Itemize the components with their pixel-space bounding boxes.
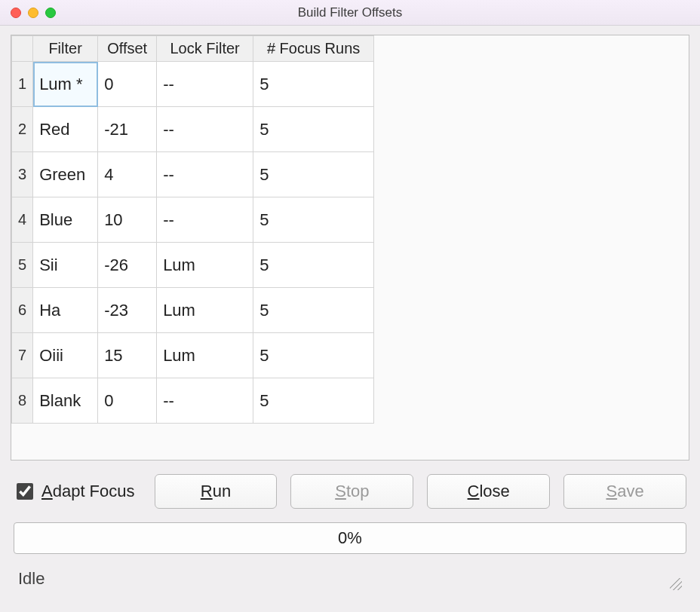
- cell-lock-filter[interactable]: Lum: [157, 288, 253, 333]
- cell-filter[interactable]: Oiii: [33, 333, 98, 378]
- cell-focus-runs[interactable]: 5: [253, 243, 374, 288]
- adapt-focus-checkbox-label[interactable]: Adapt Focus: [14, 481, 135, 502]
- row-number[interactable]: 3: [12, 152, 33, 197]
- cell-offset[interactable]: -23: [98, 288, 157, 333]
- row-number[interactable]: 1: [12, 62, 33, 107]
- row-number[interactable]: 4: [12, 197, 33, 243]
- cell-filter[interactable]: Blue: [33, 197, 98, 243]
- cell-lock-filter[interactable]: --: [157, 197, 253, 243]
- resize-grip-icon[interactable]: [670, 578, 682, 590]
- close-button[interactable]: Close: [427, 474, 550, 509]
- cell-filter[interactable]: Ha: [33, 288, 98, 333]
- row-number[interactable]: 8: [12, 378, 33, 424]
- progress-text: 0%: [338, 528, 362, 548]
- cell-offset[interactable]: 10: [98, 197, 157, 243]
- cell-lock-filter[interactable]: Lum: [157, 333, 253, 378]
- run-button[interactable]: Run: [155, 474, 278, 509]
- adapt-focus-checkbox[interactable]: [17, 483, 33, 500]
- cell-offset[interactable]: 15: [98, 333, 157, 378]
- cell-focus-runs[interactable]: 5: [253, 288, 374, 333]
- table-row[interactable]: 6Ha-23Lum5: [12, 288, 374, 333]
- cell-offset[interactable]: -21: [98, 107, 157, 152]
- table-row[interactable]: 5Sii-26Lum5: [12, 243, 374, 288]
- cell-offset[interactable]: 0: [98, 62, 157, 107]
- row-number[interactable]: 7: [12, 333, 33, 378]
- cell-lock-filter[interactable]: Lum: [157, 243, 253, 288]
- cell-focus-runs[interactable]: 5: [253, 378, 374, 424]
- table-row[interactable]: 4Blue10--5: [12, 197, 374, 243]
- cell-filter[interactable]: Blank: [33, 378, 98, 424]
- cell-lock-filter[interactable]: --: [157, 107, 253, 152]
- titlebar: Build Filter Offsets: [0, 0, 700, 26]
- filter-table[interactable]: Filter Offset Lock Filter # Focus Runs 1…: [11, 35, 374, 424]
- save-button[interactable]: Save: [563, 474, 686, 509]
- cell-offset[interactable]: -26: [98, 243, 157, 288]
- cell-focus-runs[interactable]: 5: [253, 152, 374, 197]
- cell-filter[interactable]: Lum *: [33, 62, 98, 107]
- row-number[interactable]: 6: [12, 288, 33, 333]
- cell-filter[interactable]: Red: [33, 107, 98, 152]
- window-close-icon[interactable]: [11, 8, 21, 18]
- cell-focus-runs[interactable]: 5: [253, 197, 374, 243]
- content-area: Filter Offset Lock Filter # Focus Runs 1…: [0, 26, 700, 598]
- cell-offset[interactable]: 0: [98, 378, 157, 424]
- cell-focus-runs[interactable]: 5: [253, 107, 374, 152]
- adapt-focus-label: Adapt Focus: [41, 482, 135, 501]
- cell-offset[interactable]: 4: [98, 152, 157, 197]
- cell-filter[interactable]: Green: [33, 152, 98, 197]
- row-number[interactable]: 2: [12, 107, 33, 152]
- cell-lock-filter[interactable]: --: [157, 152, 253, 197]
- window-controls: [11, 8, 56, 18]
- cell-focus-runs[interactable]: 5: [253, 62, 374, 107]
- stop-button[interactable]: Stop: [290, 474, 413, 509]
- status-bar: Idle: [11, 566, 689, 592]
- cell-lock-filter[interactable]: --: [157, 378, 253, 424]
- row-number[interactable]: 5: [12, 243, 33, 288]
- column-header-focus-runs[interactable]: # Focus Runs: [253, 36, 374, 62]
- column-header-offset[interactable]: Offset: [98, 36, 157, 62]
- table-corner: [12, 36, 33, 62]
- window-zoom-icon[interactable]: [45, 8, 56, 18]
- cell-focus-runs[interactable]: 5: [253, 333, 374, 378]
- window-title: Build Filter Offsets: [298, 5, 403, 20]
- table-row[interactable]: 3Green4--5: [12, 152, 374, 197]
- button-row: Adapt Focus Run Stop Close Save: [11, 474, 689, 509]
- window-minimize-icon[interactable]: [28, 8, 38, 18]
- table-row[interactable]: 7Oiii15Lum5: [12, 333, 374, 378]
- table-row[interactable]: 1Lum *0--5: [12, 62, 374, 107]
- cell-filter[interactable]: Sii: [33, 243, 98, 288]
- filter-table-container: Filter Offset Lock Filter # Focus Runs 1…: [11, 35, 689, 461]
- table-row[interactable]: 2Red-21--5: [12, 107, 374, 152]
- progress-bar: 0%: [14, 522, 686, 554]
- column-header-lock-filter[interactable]: Lock Filter: [157, 36, 253, 62]
- column-header-filter[interactable]: Filter: [33, 36, 98, 62]
- cell-lock-filter[interactable]: --: [157, 62, 253, 107]
- table-row[interactable]: 8Blank0--5: [12, 378, 374, 424]
- status-text: Idle: [18, 569, 45, 589]
